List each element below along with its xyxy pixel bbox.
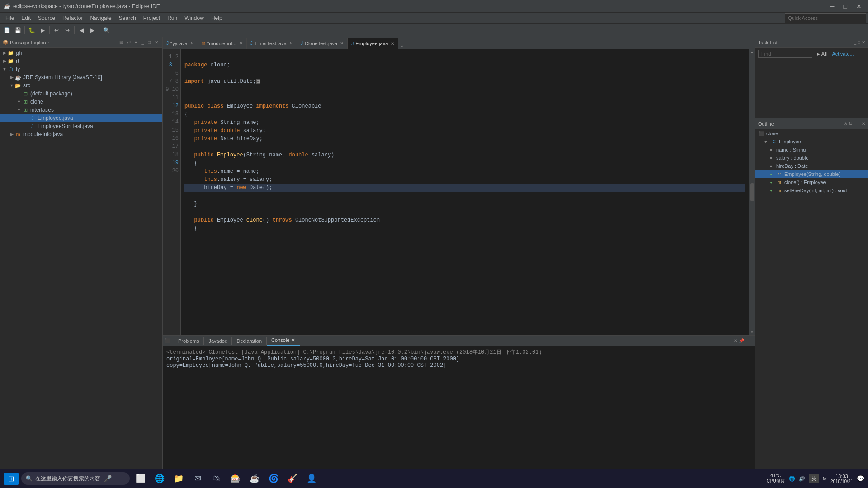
outline-sort-btn[interactable]: ⇅ [849, 121, 852, 126]
taskbar-app8-icon[interactable]: 🎸 [284, 470, 301, 487]
tab-javadoc[interactable]: Javadoc [204, 337, 232, 345]
console-maximize-btn[interactable]: □ [750, 338, 752, 343]
tab-console[interactable]: Console ✕ [267, 336, 300, 346]
taskbar-app7-icon[interactable]: 🌀 [265, 470, 282, 487]
menu-edit[interactable]: Edit [18, 14, 34, 22]
outline-close-btn[interactable]: ✕ [862, 121, 865, 126]
outline-hide-private-btn[interactable]: ⊘ [844, 121, 847, 126]
outline-item-salary-field[interactable]: ■ salary : double [755, 154, 868, 162]
outline-item-hireday-field[interactable]: ■ hireDay : Date [755, 162, 868, 170]
tree-item-module-info[interactable]: ▶ m module-info.java [0, 130, 162, 138]
tree-item-src[interactable]: ▼ 📂 src [0, 81, 162, 90]
menu-window[interactable]: Window [181, 14, 208, 22]
forward-button[interactable]: ▶ [87, 25, 97, 35]
taskbar-app9-icon[interactable]: 👤 [303, 470, 320, 487]
code-editor-content[interactable]: package clone; import java.util.Date;□ p… [181, 49, 749, 335]
tab-module-inf[interactable]: m *module-inf... ✕ [198, 38, 247, 49]
task-find-input[interactable] [758, 50, 812, 58]
tree-item-default-pkg[interactable]: ⊟ (default package) [0, 90, 162, 98]
menu-refactor[interactable]: Refactor [59, 14, 86, 22]
tree-item-employeesort-java[interactable]: J EmployeeSortTest.java [0, 122, 162, 130]
tab-close-timertest[interactable]: ✕ [289, 41, 293, 46]
menu-navigate[interactable]: Navigate [86, 14, 115, 22]
redo-button[interactable]: ↪ [62, 25, 72, 35]
link-editor-button[interactable]: ⇄ [126, 39, 132, 45]
scroll-up-arrow[interactable]: ▲ [750, 50, 754, 54]
task-activate-link[interactable]: Activate... [832, 51, 854, 57]
tree-item-jre[interactable]: ▶ ☕ JRE System Library [JavaSE-10] [0, 73, 162, 81]
task-list-close-btn[interactable]: ✕ [862, 40, 865, 45]
task-all-link[interactable]: ▸ All [817, 51, 827, 57]
tab-close-clonetest[interactable]: ✕ [340, 41, 344, 46]
outline-item-constructor[interactable]: ● C Employee(String, double) [755, 170, 868, 178]
menu-source[interactable]: Source [34, 14, 59, 22]
tab-close-employee[interactable]: ✕ [391, 41, 394, 46]
tab-close-yy[interactable]: ✕ [190, 41, 194, 46]
outline-item-employee-class[interactable]: ▼ C Employee [755, 137, 868, 146]
window-title: eclipse-workspace - ty/src/clone/Employe… [13, 3, 160, 9]
outline-item-sethireday-method[interactable]: ● m setHireDay(int, int, int) : void [755, 186, 868, 194]
taskbar-eclipse-icon[interactable]: ☕ [246, 470, 263, 487]
tab-close-module-inf[interactable]: ✕ [239, 41, 243, 46]
task-list-minimize-btn[interactable]: _ [854, 40, 856, 45]
tab-clonetest[interactable]: J CloneTest.java ✕ [297, 38, 348, 49]
taskbar-mail-icon[interactable]: ✉ [189, 470, 206, 487]
scroll-down-arrow[interactable]: ▼ [750, 330, 754, 334]
tab-problems[interactable]: Problems [174, 337, 204, 345]
tab-declaration[interactable]: Declaration [232, 337, 267, 345]
task-list-maximize-btn[interactable]: □ [858, 40, 860, 45]
menu-file[interactable]: File [2, 14, 18, 22]
outline-maximize-btn[interactable]: □ [858, 121, 860, 126]
debug-button[interactable]: 🐛 [27, 25, 37, 35]
maximize-button[interactable]: □ [841, 2, 850, 11]
taskbar-explorer-icon[interactable]: 📁 [170, 470, 187, 487]
menu-search[interactable]: Search [115, 14, 140, 22]
outline-item-clone-pkg[interactable]: ⬛ clone [755, 129, 868, 137]
close-button[interactable]: ✕ [854, 2, 864, 11]
tab-employee[interactable]: J Employee.java ✕ [348, 38, 398, 49]
taskbar-notification-icon[interactable]: 💬 [857, 475, 864, 482]
taskbar-ime-icon[interactable]: 英 [809, 474, 819, 483]
collapse-all-button[interactable]: ⊟ [118, 39, 124, 45]
console-minimize-btn[interactable]: _ [745, 338, 748, 343]
maximize-pkg-button[interactable]: □ [146, 39, 152, 45]
minimize-pkg-button[interactable]: _ [140, 39, 145, 45]
tab-timertest[interactable]: J TimerTest.java ✕ [247, 38, 297, 49]
tree-item-rt[interactable]: ▶ 📁 rt [0, 57, 162, 65]
console-pin-btn[interactable]: 📌 [739, 338, 744, 343]
undo-button[interactable]: ↩ [52, 25, 61, 35]
run-button[interactable]: ▶ [38, 25, 47, 35]
tree-item-gh[interactable]: ▶ 📁 gh [0, 49, 162, 57]
console-content[interactable]: <terminated> CloneTest [Java Application… [163, 346, 755, 475]
pkg-menu-button[interactable]: ▾ [133, 39, 138, 45]
menu-project[interactable]: Project [140, 14, 164, 22]
taskbar-edge-icon[interactable]: 🌐 [151, 470, 168, 487]
taskbar-search-bar[interactable]: 🔍 在这里输入你要搜索的内容 🎤 [21, 472, 130, 485]
tree-item-employee-java[interactable]: J Employee.java [0, 114, 162, 122]
close-pkg-button[interactable]: ✕ [153, 39, 160, 45]
console-close-btn[interactable]: ✕ [734, 338, 737, 343]
editor-tabs-overflow[interactable]: » [398, 44, 406, 49]
tab-yy-java[interactable]: J *yy.java ✕ [163, 38, 198, 49]
menu-run[interactable]: Run [164, 14, 181, 22]
menu-help[interactable]: Help [208, 14, 226, 22]
tree-item-ty[interactable]: ▼ ⬡ ty [0, 65, 162, 73]
minimize-button[interactable]: ─ [827, 2, 837, 11]
save-button[interactable]: 💾 [13, 25, 23, 35]
taskbar-task-view[interactable]: ⬜ [132, 470, 149, 487]
outline-item-name-field[interactable]: ■ name : String [755, 146, 868, 154]
start-button[interactable]: ⊞ [4, 473, 19, 485]
back-button[interactable]: ◀ [76, 25, 86, 35]
search-button[interactable]: 🔍 [101, 25, 111, 35]
tree-item-interfaces[interactable]: ▼ ⊞ interfaces [0, 106, 162, 114]
vertical-scrollbar[interactable]: ▲ ▼ [749, 49, 755, 335]
taskbar-store-icon[interactable]: 🛍 [208, 470, 225, 487]
new-button[interactable]: 📄 [2, 25, 12, 35]
taskbar-app5-icon[interactable]: 🎰 [227, 470, 244, 487]
outline-item-clone-method[interactable]: ● m clone() : Employee [755, 178, 868, 186]
quick-access-input[interactable] [785, 13, 866, 23]
tree-item-clone[interactable]: ▼ ⊞ clone [0, 98, 162, 106]
scroll-thumb[interactable] [750, 183, 754, 201]
outline-minimize-btn[interactable]: _ [854, 121, 856, 126]
clock[interactable]: 13:03 2018/10/21 [830, 474, 853, 484]
